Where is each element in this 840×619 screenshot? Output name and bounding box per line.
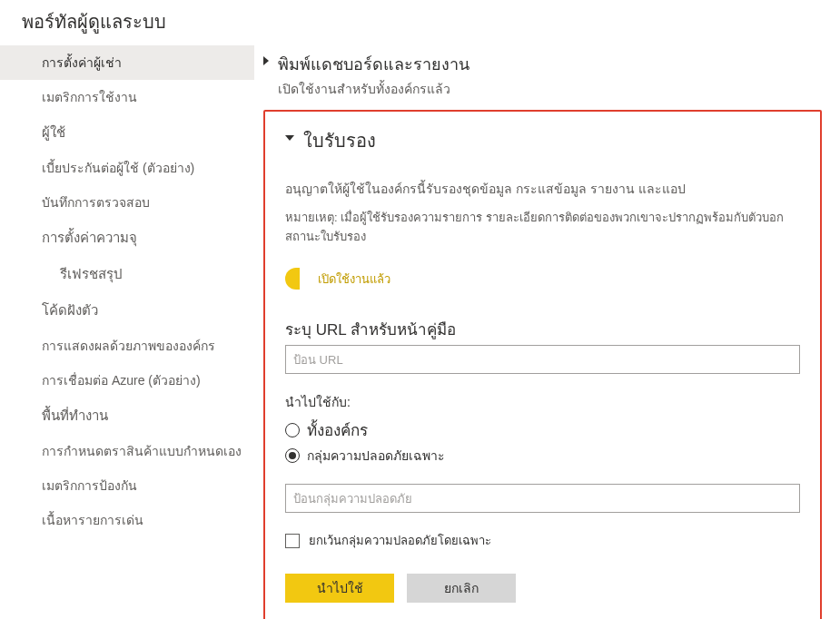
radio-specific-groups-label: กลุ่มความปลอดภัยเฉพาะ	[307, 446, 445, 466]
apply-to-label: นำไปใช้กับ:	[285, 392, 800, 412]
sidebar-item-usage-metrics[interactable]: เมตริกการใช้งาน	[0, 80, 254, 114]
sidebar-item-workspaces[interactable]: พื้นที่ทำงาน	[0, 398, 254, 434]
panel-description: อนุญาตให้ผู้ใช้ในองค์กรนี้รับรองชุดข้อมู…	[285, 179, 800, 199]
sidebar-item-tenant-settings[interactable]: การตั้งค่าผู้เช่า	[0, 45, 254, 80]
radio-specific-groups-row[interactable]: กลุ่มความปลอดภัยเฉพาะ	[285, 446, 800, 466]
sidebar-item-capacity-settings[interactable]: การตั้งค่าความจุ	[0, 220, 254, 256]
section-subtitle: เปิดใช้งานสำหรับทั้งองค์กรแล้ว	[278, 79, 469, 99]
cancel-button[interactable]: ยกเลิก	[407, 574, 516, 603]
security-groups-input[interactable]	[285, 484, 800, 513]
sidebar-item-featured-content[interactable]: เนื้อหารายการเด่น	[0, 503, 254, 537]
sidebar-item-users[interactable]: ผู้ใช้	[0, 114, 254, 151]
sidebar-item-custom-branding[interactable]: การกำหนดตราสินค้าแบบกำหนดเอง	[0, 434, 254, 468]
chevron-right-icon	[263, 56, 269, 65]
enabled-toggle[interactable]	[285, 268, 307, 290]
sidebar-item-refresh-summary[interactable]: รีเฟรชสรุป	[0, 256, 254, 292]
sidebar-item-embed-codes[interactable]: โค้ดฝังตัว	[0, 292, 254, 329]
sidebar: การตั้งค่าผู้เช่า เมตริกการใช้งาน ผู้ใช้…	[0, 45, 254, 619]
radio-entire-org-row[interactable]: ทั้งองค์กร	[285, 418, 800, 442]
section-certification[interactable]: ใบรับรอง	[285, 112, 800, 179]
panel-note: หมายเหตุ: เมื่อผู้ใช้รับรองความรายการ รา…	[285, 208, 800, 246]
section-title: พิมพ์แดชบอร์ดและรายงาน	[278, 51, 469, 77]
sidebar-item-org-visuals[interactable]: การแสดงผลด้วยภาพขององค์กร	[0, 329, 254, 363]
note-label: หมายเหตุ:	[285, 211, 338, 224]
sidebar-item-premium-per-user[interactable]: เบี้ยประกันต่อผู้ใช้ (ตัวอย่าง)	[0, 151, 254, 185]
sidebar-item-protection-metrics[interactable]: เมตริกการป้องกัน	[0, 468, 254, 503]
enabled-toggle-label: เปิดใช้งานแล้ว	[318, 270, 390, 289]
sidebar-item-audit-logs[interactable]: บันทึกการตรวจสอบ	[0, 185, 254, 220]
exclude-checkbox-row[interactable]: ยกเว้นกลุ่มความปลอดภัยโดยเฉพาะ	[285, 531, 800, 550]
radio-entire-org[interactable]	[285, 423, 300, 437]
apply-button[interactable]: นำไปใช้	[285, 574, 394, 603]
exclude-checkbox-label: ยกเว้นกลุ่มความปลอดภัยโดยเฉพาะ	[309, 531, 491, 550]
sidebar-item-azure-connections[interactable]: การเชื่อมต่อ Azure (ตัวอย่าง)	[0, 363, 254, 398]
chevron-down-icon	[285, 135, 294, 141]
page-title: พอร์ทัลผู้ดูแลระบบ	[0, 0, 840, 45]
url-field-label: ระบุ URL สำหรับหน้าคู่มือ	[285, 317, 800, 341]
radio-entire-org-label: ทั้งองค์กร	[307, 418, 368, 442]
panel-title: ใบรับรอง	[303, 126, 376, 155]
radio-specific-groups[interactable]	[285, 448, 300, 463]
section-print-dashboards[interactable]: พิมพ์แดชบอร์ดและรายงาน เปิดใช้งานสำหรับท…	[263, 45, 822, 110]
exclude-checkbox[interactable]	[285, 534, 300, 548]
certification-panel: ใบรับรอง อนุญาตให้ผู้ใช้ในองค์กรนี้รับรอ…	[263, 110, 822, 619]
url-input[interactable]	[285, 345, 800, 374]
note-text: เมื่อผู้ใช้รับรองความรายการ รายละเอียดกา…	[285, 211, 784, 243]
main-content: พิมพ์แดชบอร์ดและรายงาน เปิดใช้งานสำหรับท…	[254, 45, 840, 619]
